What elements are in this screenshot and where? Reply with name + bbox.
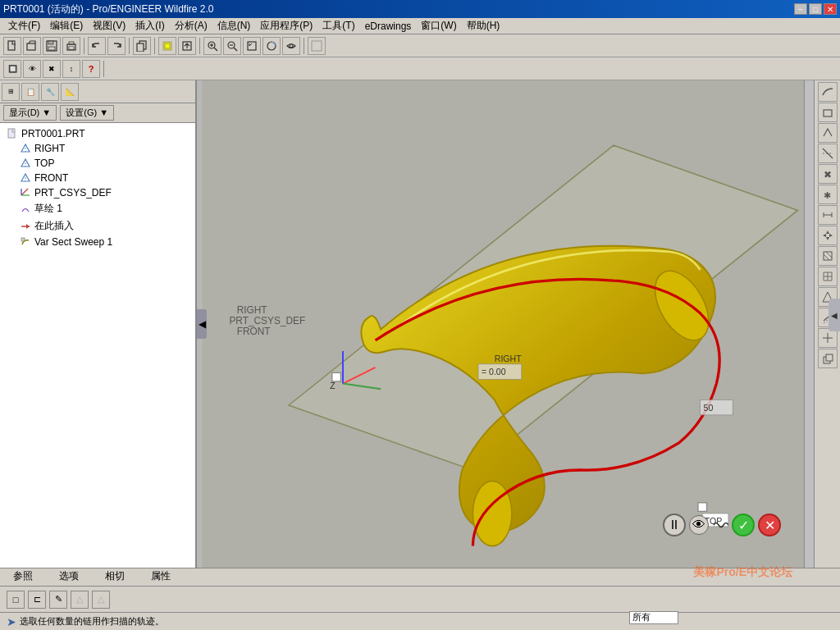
rt-sketch[interactable] [818,82,838,102]
zoom-out-button[interactable] [223,37,241,55]
layer-btn1[interactable]: 🔲 [3,60,21,78]
zoom-in-button[interactable] [203,37,221,55]
feature-tab-2[interactable]: 相切 [98,568,131,587]
svg-line-18 [234,48,237,51]
rt-grid[interactable] [818,267,838,286]
tree-item-label: 在此插入 [34,219,74,233]
toolbar-main [0,34,840,57]
svg-rect-9 [137,43,144,52]
spin-button[interactable] [178,37,196,55]
tree-item[interactable]: RIGHT [3,141,192,156]
panel-icon3[interactable]: 🔧 [41,83,59,101]
menu-item-menu-insert[interactable]: 插入(I) [130,17,169,34]
tree-item[interactable]: PRT_CSYS_DEF [3,185,192,200]
viewport-collapse-left[interactable]: ◀ [197,309,207,339]
copy-button[interactable] [133,37,151,55]
svg-rect-0 [8,41,15,50]
print-button[interactable] [62,37,80,55]
confirm-button[interactable]: ✓ [732,514,755,536]
rt-trim[interactable]: ✖ [818,164,838,184]
wave-icon [712,517,728,533]
menu-item-menu-apps[interactable]: 应用程序(P) [255,17,317,34]
close-button[interactable]: ✕ [824,3,837,15]
svg-marker-65 [826,231,829,234]
bt-square[interactable]: □ [7,591,25,609]
svg-text:PRT_CSYS_DEF: PRT_CSYS_DEF [229,315,305,326]
tree-item[interactable]: 草绘 1 [3,200,192,217]
panel-controls: 显示(D) ▼ 设置(G) ▼ [0,103,195,123]
layer-btn4[interactable]: ↕ [62,60,80,78]
collapse-left-panel[interactable]: ◀ [829,299,840,331]
minimize-button[interactable]: − [794,3,807,15]
svg-text:✱: ✱ [824,190,831,200]
menu-item-menu-info[interactable]: 信息(N) [212,17,256,34]
menu-item-menu-analysis[interactable]: 分析(A) [170,17,212,34]
tree-item-label: Var Sect Sweep 1 [34,236,112,248]
feature-tab-3[interactable]: 属性 [144,568,177,587]
status-bar: ➤ 选取任何数量的链用作扫描的轨迹。 所有 美稼Pro/E中文论坛 [0,612,840,630]
svg-line-14 [214,48,217,51]
menu-item-menu-tools[interactable]: 工具(T) [317,17,359,34]
menu-item-menu-view[interactable]: 视图(V) [88,17,130,34]
maximize-button[interactable]: □ [809,3,822,15]
svg-text:FRONT: FRONT [237,326,271,337]
eye-button[interactable]: 👁 [689,515,709,535]
svg-point-48 [472,481,512,546]
viewport-action-controls: ⏸ 👁 ✓ ✕ [663,514,781,536]
menu-item-menu-file[interactable]: 文件(F) [3,17,45,34]
shading-button[interactable] [308,37,326,55]
panel-icon2[interactable]: 📋 [21,83,39,101]
tree-item-icon [20,221,31,232]
layer-btn2[interactable]: 👁 [23,60,41,78]
rt-line[interactable] [818,103,838,122]
rt-xref[interactable]: ✱ [818,185,838,204]
rt-arc[interactable] [818,123,838,143]
panel-icon1[interactable]: ⊞ [2,83,20,101]
tree-item[interactable]: TOP [3,156,192,171]
tree-item[interactable]: PRT0001.PRT [3,126,192,141]
svg-marker-68 [829,234,833,237]
undo-button[interactable] [88,37,106,55]
pause-button[interactable]: ⏸ [663,514,686,536]
rt-dim[interactable] [818,205,838,225]
tree-item-icon [20,203,31,215]
svg-marker-67 [823,234,826,237]
bt-bracket[interactable]: ⊏ [28,591,46,609]
rt-xhatch[interactable] [818,246,838,266]
menu-item-menu-window[interactable]: 窗口(W) [416,17,461,34]
fit-button[interactable] [243,37,261,55]
cancel-button[interactable]: ✕ [758,514,781,536]
tree-item[interactable]: 在此插入 [3,217,192,235]
open-button[interactable] [23,37,41,55]
layer-btn3[interactable]: ✖ [43,60,61,78]
menu-item-menu-help[interactable]: 帮助(H) [462,17,505,34]
new-button[interactable] [3,37,21,55]
settings-dropdown[interactable]: 设置(G) ▼ [60,105,114,121]
rt-copy2[interactable] [818,349,838,368]
bt-pencil[interactable]: ✎ [49,591,67,609]
bt-tri1[interactable]: △ [71,591,89,609]
toolbar-sep1 [84,38,84,54]
panel-icon4[interactable]: 📐 [61,83,79,101]
tree-item[interactable]: FRONT [3,171,192,185]
rt-move[interactable] [818,226,838,245]
feature-tab-1[interactable]: 选项 [52,568,85,587]
regen-button[interactable] [158,37,176,55]
menu-item-menu-edrawings[interactable]: eDrawings [360,19,417,34]
tree-item-icon [20,143,31,154]
feature-tab-0[interactable]: 参照 [7,568,39,587]
view-button[interactable] [282,37,300,55]
rt-circle[interactable] [818,144,838,163]
tree-item[interactable]: Var Sect Sweep 1 [3,235,192,249]
menu-item-menu-edit[interactable]: 编辑(E) [45,17,88,34]
tree-item-label: FRONT [34,172,68,184]
viewport-scrollbar[interactable] [804,80,814,568]
repaint-button[interactable] [262,37,281,55]
help-btn[interactable]: ? [82,60,100,78]
bt-tri2[interactable]: △ [92,591,110,609]
viewport[interactable]: Z RIGHT PRT_CSYS_DEF FRONT [197,80,814,568]
redo-button[interactable] [107,37,126,55]
save-button[interactable] [43,37,61,55]
display-dropdown[interactable]: 显示(D) ▼ [3,105,57,121]
model-tree: PRT0001.PRTRIGHTTOPFRONTPRT_CSYS_DEF草绘 1… [0,123,195,568]
